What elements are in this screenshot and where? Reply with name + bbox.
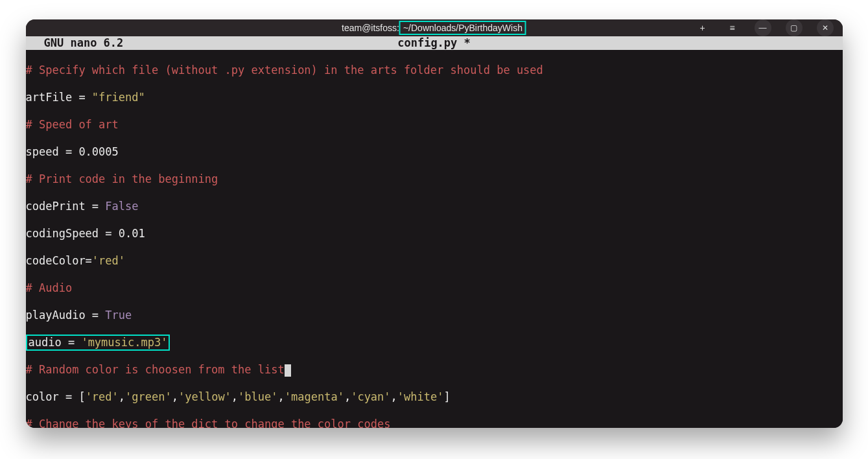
nano-app-name: GNU nano 6.2: [26, 36, 124, 50]
plus-icon: +: [699, 23, 705, 33]
title-path-highlight: ~/Downloads/PyBirthdayWish: [399, 21, 526, 35]
editor-content[interactable]: # Specify which file (without .py extens…: [26, 50, 843, 428]
maximize-icon: ▢: [790, 23, 797, 32]
nano-file-name: config.py *: [397, 36, 471, 50]
nano-header: GNU nano 6.2 config.py *: [26, 36, 843, 50]
minimize-icon: —: [759, 23, 767, 32]
cursor: [285, 364, 291, 377]
window-title: team@itsfoss: ~/Downloads/PyBirthdayWish: [342, 21, 526, 35]
maximize-button[interactable]: ▢: [786, 19, 803, 36]
terminal-window: team@itsfoss: ~/Downloads/PyBirthdayWish…: [26, 19, 843, 428]
close-button[interactable]: ✕: [817, 19, 834, 36]
close-icon: ✕: [822, 23, 828, 32]
highlighted-audio-line: audio = 'mymusic.mp3': [26, 335, 170, 351]
title-user-host: team@itsfoss:: [342, 23, 399, 33]
titlebar: team@itsfoss: ~/Downloads/PyBirthdayWish…: [26, 19, 843, 36]
hamburger-icon: ≡: [729, 23, 734, 33]
minimize-button[interactable]: —: [755, 19, 771, 36]
menu-button[interactable]: ≡: [725, 20, 740, 36]
code-comment: # Specify which file (without .py extens…: [26, 64, 543, 76]
new-tab-button[interactable]: +: [695, 20, 710, 36]
terminal-body[interactable]: GNU nano 6.2 config.py * # Specify which…: [26, 36, 843, 428]
